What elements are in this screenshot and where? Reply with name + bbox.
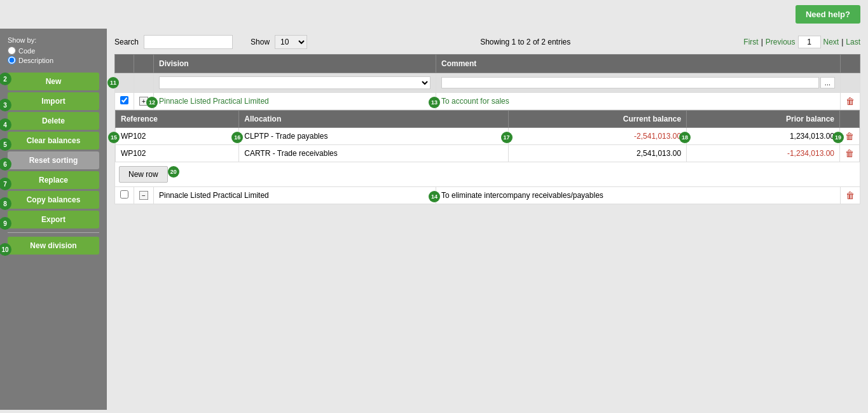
row1-comment-cell: 13 To account for sales (436, 93, 841, 110)
filter-expand-cell (134, 73, 154, 93)
badge-17: 17 (501, 132, 513, 143)
separator-2: | (841, 38, 843, 46)
row2-delete-button[interactable]: 🗑 (846, 190, 855, 200)
search-label: Search (114, 38, 139, 46)
badge-19: 19 (832, 132, 844, 143)
sub-row2-alloc-cell: CARTR - Trade receivables (239, 145, 508, 162)
sub-col-prior-balance: Prior balance (687, 111, 840, 128)
filter-options-button[interactable]: ... (820, 77, 835, 88)
sub-row1-delete-button[interactable]: 🗑 (845, 131, 854, 141)
row1-delete-cell[interactable]: 🗑 (841, 93, 860, 110)
reset-sorting-button[interactable]: Reset sorting (8, 151, 99, 169)
radio-description-option[interactable]: Description (8, 56, 99, 64)
show-label: Show (251, 38, 270, 46)
row1-division-link[interactable]: Pinnacle Listed Practical Limited (159, 97, 269, 106)
col-actions (841, 55, 860, 73)
radio-description-input[interactable] (8, 56, 16, 64)
delete-btn-wrap: 4 Delete (0, 112, 107, 130)
first-link[interactable]: First (743, 38, 758, 46)
row2-checkbox[interactable] (120, 190, 128, 199)
badge-16: 16 (231, 132, 243, 143)
new-division-button[interactable]: New division (8, 237, 99, 255)
new-btn-wrap: 2 New (0, 73, 107, 90)
row1-checkbox[interactable] (120, 96, 128, 104)
sidebar-divider (8, 232, 99, 233)
content-area: Search Show 10 25 50 100 Showing 1 to 2 … (107, 29, 868, 410)
export-button[interactable]: Export (8, 211, 99, 228)
pagination: First | Previous Next | Last (743, 36, 860, 48)
import-button[interactable]: Import (8, 92, 99, 110)
filter-division-cell[interactable] (154, 73, 436, 93)
badge-18: 18 (679, 132, 691, 143)
badge-14: 14 (429, 191, 440, 202)
delete-button[interactable]: Delete (8, 112, 99, 130)
table-row-2: − Pinnacle Listed Practical Limited 14 T… (115, 187, 860, 204)
import-btn-wrap: 3 Import (0, 92, 107, 110)
page-input[interactable] (798, 36, 821, 48)
col-expand (134, 55, 154, 73)
row2-division: Pinnacle Listed Practical Limited (159, 191, 269, 200)
division-filter-select[interactable] (159, 76, 431, 89)
sidebar: Show by: Code Description 2 New 3 Import (0, 29, 107, 410)
sub-row2-reference: WP102 (121, 149, 146, 158)
sub-row2-prior-balance: -1,234,013.00 (787, 149, 834, 158)
copy-balances-btn-wrap: 8 Copy balances (0, 191, 107, 209)
new-division-btn-wrap: 10 New division (0, 237, 107, 255)
show-select[interactable]: 10 25 50 100 (275, 35, 307, 49)
sub-row2-delete-cell[interactable]: 🗑 (840, 145, 860, 162)
radio-code-input[interactable] (8, 46, 16, 55)
sub-row1-alloc-cell: 16 CLPTP - Trade payables (239, 128, 508, 145)
badge-11: 11 (107, 77, 119, 88)
clear-balances-btn-wrap: 5 Clear balances (0, 132, 107, 150)
row2-checkbox-cell[interactable] (115, 187, 134, 204)
next-link[interactable]: Next (823, 38, 839, 46)
sub-col-reference: Reference (116, 111, 239, 128)
table-row: + 12 Pinnacle Listed Practical Limited 1… (115, 93, 860, 110)
sub-row1-ref-cell: 15 WP102 (116, 128, 239, 145)
comment-filter-input[interactable] (441, 77, 819, 88)
sub-row1-prior-balance: 1,234,013.00 (790, 132, 834, 141)
sub-row1-current-balance-cell: 17 -2,541,013.00 (508, 128, 687, 145)
sub-table: Reference Allocation Current balance Pri… (115, 110, 860, 162)
entries-info: Showing 1 to 2 of 2 entries (312, 38, 738, 46)
row2-expand-icon[interactable]: − (139, 191, 148, 200)
replace-button[interactable]: Replace (8, 171, 99, 189)
copy-balances-button[interactable]: Copy balances (8, 191, 99, 209)
col-comment: Comment (436, 55, 841, 73)
badge-12: 12 (146, 97, 158, 108)
filter-actions-cell (841, 73, 860, 93)
search-input[interactable] (144, 35, 233, 49)
filter-comment-cell[interactable]: ... (436, 73, 841, 93)
sub-row2-current-balance-cell: 2,541,013.00 (508, 145, 687, 162)
row1-comment-link[interactable]: To account for sales (441, 97, 509, 106)
new-row-btn-wrap: New row 20 (115, 162, 172, 186)
reset-sorting-btn-wrap: 6 Reset sorting (0, 151, 107, 169)
badge-20: 20 (168, 166, 179, 178)
sub-row1-prior-balance-cell: 18 1,234,013.00 (687, 128, 840, 145)
row1-delete-button[interactable]: 🗑 (846, 96, 855, 106)
row2-delete-cell[interactable]: 🗑 (841, 187, 860, 204)
badge-15: 15 (108, 132, 120, 143)
row2-division-cell: Pinnacle Listed Practical Limited (154, 187, 436, 204)
sub-row2-delete-button[interactable]: 🗑 (845, 148, 854, 158)
new-row-button[interactable]: New row (119, 166, 168, 183)
col-checkbox (115, 55, 134, 73)
row2-expand-cell[interactable]: − (134, 187, 154, 204)
row1-checkbox-cell[interactable] (115, 93, 134, 110)
previous-link[interactable]: Previous (766, 38, 796, 46)
badge-13: 13 (429, 97, 440, 108)
toolbar: Search Show 10 25 50 100 Showing 1 to 2 … (114, 35, 860, 49)
need-help-button[interactable]: Need help? (796, 5, 860, 24)
show-by-section: Show by: Code Description (0, 34, 107, 71)
sub-row2-allocation: CARTR - Trade receivables (244, 149, 338, 158)
sub-row1-reference: WP102 (121, 132, 146, 141)
sub-col-current-balance: Current balance (508, 111, 687, 128)
last-link[interactable]: Last (846, 38, 860, 46)
radio-code-option[interactable]: Code (8, 46, 99, 55)
sub-row2-ref-cell: WP102 (116, 145, 239, 162)
sub-row1-delete-cell[interactable]: 19 🗑 (840, 128, 860, 145)
new-button[interactable]: New (8, 73, 99, 90)
sub-table-row-1: 15 WP102 16 CLPTP - Trade payables (116, 128, 860, 145)
clear-balances-button[interactable]: Clear balances (8, 132, 99, 150)
sub-table-row: Reference Allocation Current balance Pri… (115, 110, 860, 187)
